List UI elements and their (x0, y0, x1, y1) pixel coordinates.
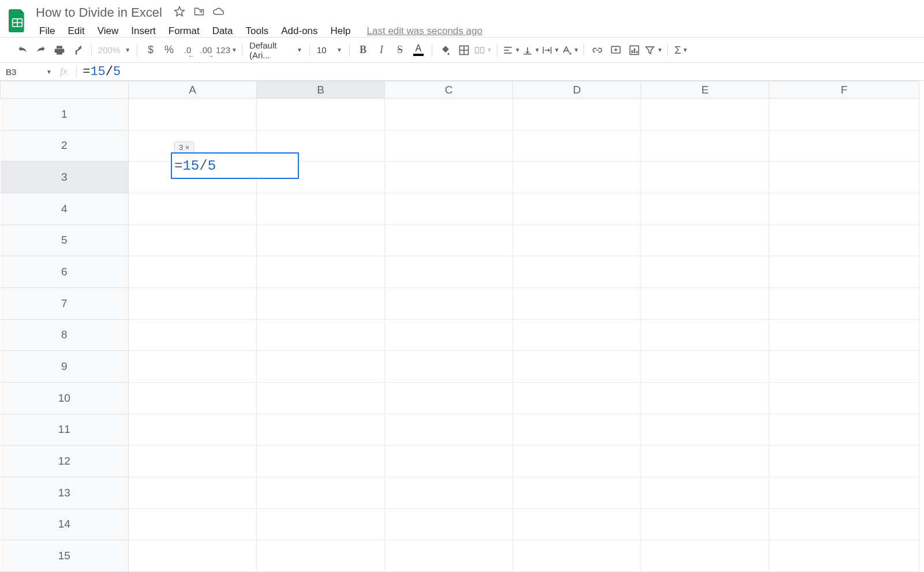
column-header[interactable]: E (641, 81, 769, 99)
cell[interactable] (641, 287, 769, 319)
last-edit-link[interactable]: Last edit was seconds ago (367, 25, 482, 37)
cell[interactable] (641, 162, 769, 193)
cell[interactable] (385, 477, 513, 509)
cell[interactable] (129, 446, 257, 477)
cell[interactable] (385, 193, 513, 225)
cell[interactable] (385, 382, 513, 414)
cell[interactable] (641, 319, 769, 351)
row-header[interactable]: 6 (1, 256, 129, 288)
insert-chart-button[interactable] (626, 42, 643, 59)
column-header[interactable]: B (257, 81, 385, 99)
cell[interactable] (769, 446, 919, 477)
cell[interactable] (385, 225, 513, 256)
cell[interactable] (129, 99, 257, 130)
row-header[interactable]: 15 (1, 540, 129, 572)
bold-button[interactable]: B (354, 42, 372, 59)
cell[interactable] (641, 351, 769, 383)
cell[interactable] (769, 130, 919, 162)
cell[interactable] (385, 319, 513, 351)
menu-file[interactable]: File (35, 23, 59, 39)
row-header[interactable]: 10 (1, 382, 129, 414)
cell[interactable] (769, 351, 919, 383)
active-cell-editor[interactable]: =15/5 (171, 152, 299, 179)
cell[interactable] (641, 509, 769, 540)
increase-decimal-button[interactable]: .00→ (197, 42, 215, 59)
text-color-button[interactable]: A (410, 42, 427, 59)
cell[interactable] (513, 446, 641, 477)
cell[interactable] (513, 225, 641, 256)
cell[interactable] (385, 287, 513, 319)
cell[interactable] (513, 162, 641, 193)
cell[interactable] (257, 446, 385, 477)
cell[interactable] (641, 540, 769, 572)
cell[interactable] (513, 477, 641, 509)
cell[interactable] (641, 414, 769, 446)
cell[interactable] (385, 99, 513, 130)
cell[interactable] (257, 414, 385, 446)
cell[interactable] (513, 287, 641, 319)
cell[interactable] (385, 256, 513, 288)
row-header[interactable]: 11 (1, 414, 129, 446)
print-button[interactable] (51, 42, 68, 59)
cell[interactable] (257, 193, 385, 225)
format-percent-button[interactable]: % (160, 42, 178, 59)
cell[interactable] (385, 130, 513, 162)
cell[interactable] (257, 287, 385, 319)
functions-button[interactable]: Σ ▼ (672, 42, 690, 59)
cell[interactable] (513, 382, 641, 414)
cell[interactable] (257, 319, 385, 351)
undo-button[interactable] (14, 42, 31, 59)
menu-edit[interactable]: Edit (63, 23, 89, 39)
column-header[interactable]: C (385, 81, 513, 99)
menu-view[interactable]: View (93, 23, 124, 39)
paint-format-button[interactable] (69, 42, 87, 59)
cell[interactable] (513, 193, 641, 225)
row-header[interactable]: 5 (1, 225, 129, 256)
cell[interactable] (641, 193, 769, 225)
cell[interactable] (257, 351, 385, 383)
name-box[interactable]: B3 (0, 67, 43, 77)
formula-input[interactable]: =15/5 (83, 65, 121, 79)
filter-button[interactable]: ▼ (644, 42, 663, 59)
cell[interactable] (385, 351, 513, 383)
cell[interactable] (641, 256, 769, 288)
insert-comment-button[interactable] (607, 42, 624, 59)
cell[interactable] (257, 225, 385, 256)
cell[interactable] (513, 351, 641, 383)
spreadsheet-grid[interactable]: ABCDEF 123456789101112131415 (0, 81, 919, 572)
cell[interactable] (385, 162, 513, 193)
menu-insert[interactable]: Insert (126, 23, 160, 39)
cell[interactable] (513, 319, 641, 351)
menu-format[interactable]: Format (164, 23, 204, 39)
cell[interactable] (513, 130, 641, 162)
cell[interactable] (129, 287, 257, 319)
cell[interactable] (769, 162, 919, 193)
column-header[interactable]: A (129, 81, 257, 99)
insert-link-button[interactable] (589, 42, 606, 59)
row-header[interactable]: 1 (1, 99, 129, 130)
strikethrough-button[interactable]: S (391, 42, 409, 59)
cell[interactable] (129, 414, 257, 446)
text-rotation-button[interactable]: ▼ (561, 42, 579, 59)
row-header[interactable]: 9 (1, 351, 129, 383)
cell[interactable] (513, 256, 641, 288)
cell[interactable] (129, 509, 257, 540)
cell[interactable] (257, 382, 385, 414)
cell[interactable] (641, 477, 769, 509)
document-title[interactable]: How to Divide in Excel (35, 5, 163, 20)
cell[interactable] (129, 477, 257, 509)
row-header[interactable]: 12 (1, 446, 129, 477)
cell[interactable] (641, 225, 769, 256)
decrease-decimal-button[interactable]: .0← (179, 42, 196, 59)
horizontal-align-button[interactable]: ▼ (502, 42, 521, 59)
cell[interactable] (513, 99, 641, 130)
cell[interactable] (513, 414, 641, 446)
star-icon[interactable] (174, 6, 185, 20)
row-header[interactable]: 13 (1, 477, 129, 509)
merge-cells-button[interactable]: ▼ (474, 42, 492, 59)
zoom-dropdown[interactable]: 200% ▼ (96, 42, 132, 59)
redo-button[interactable] (32, 42, 50, 59)
chevron-down-icon[interactable]: ▼ (46, 69, 52, 75)
cell[interactable] (385, 446, 513, 477)
cell[interactable] (769, 477, 919, 509)
